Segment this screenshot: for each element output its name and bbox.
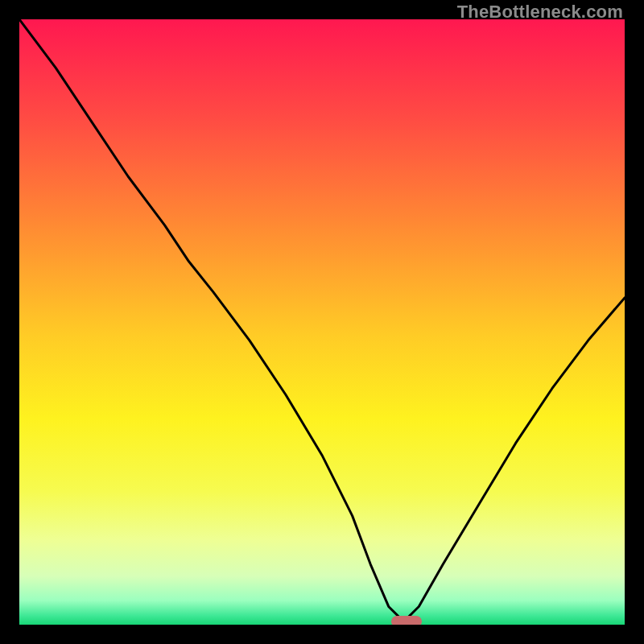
chart-frame: TheBottleneck.com <box>0 0 644 644</box>
watermark-text: TheBottleneck.com <box>457 2 623 23</box>
bottleneck-curve <box>19 19 625 625</box>
plot-area <box>19 19 625 625</box>
minimum-marker <box>391 616 422 625</box>
